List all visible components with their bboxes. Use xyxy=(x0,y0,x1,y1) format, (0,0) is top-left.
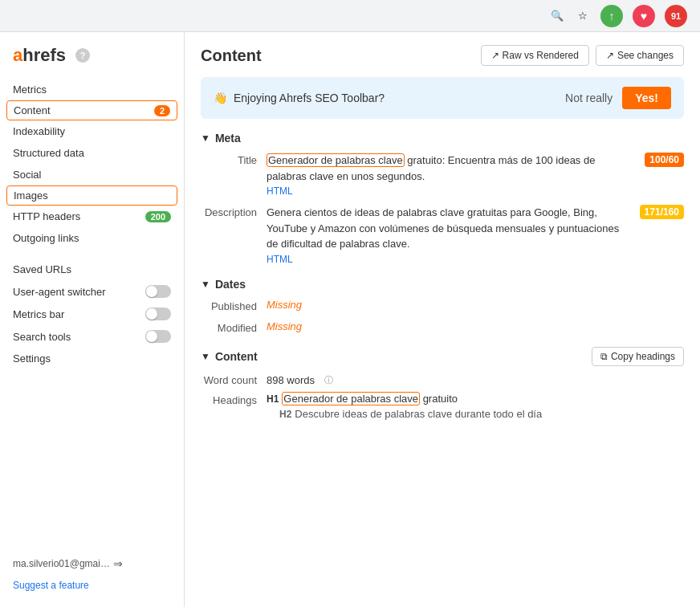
content-area: Content ↗ Raw vs Rendered ↗ See changes … xyxy=(185,32,700,607)
meta-section-header[interactable]: ▼ Meta xyxy=(201,132,684,145)
banner-text: Enjoying Ahrefs SEO Toolbar? xyxy=(234,92,385,104)
title-content: Generador de palabras clave gratuito: En… xyxy=(267,153,629,197)
description-text: Genera cientos de ideas de palabras clav… xyxy=(267,205,624,252)
heading-h2-item: H2 Descubre ideas de palabras clave dura… xyxy=(267,408,684,420)
account-row: ma.silverio01@gmai… ⇒ xyxy=(0,551,184,576)
chevron-down-icon: ▼ xyxy=(201,279,210,290)
ext-ahrefs-icon[interactable]: 91 xyxy=(665,5,687,27)
user-agent-toggle[interactable] xyxy=(145,285,171,298)
survey-banner: 👋 Enjoying Ahrefs SEO Toolbar? Not reall… xyxy=(201,77,684,119)
modified-value: Missing xyxy=(267,320,302,332)
search-tools-toggle[interactable] xyxy=(145,330,171,343)
see-changes-button[interactable]: ↗ See changes xyxy=(596,45,684,66)
content-section-header[interactable]: ▼ Content xyxy=(201,350,258,363)
copy-headings-button[interactable]: ⧉ Copy headings xyxy=(592,347,684,366)
search-icon[interactable]: 🔍 xyxy=(549,8,565,24)
title-highlighted: Generador de palabras clave xyxy=(267,153,405,167)
external-link-icon: ↗ xyxy=(606,50,614,61)
sidebar: ahrefs ? Metrics Content 2 Indexability … xyxy=(0,32,185,607)
headings-list: H1 Generador de palabras clave gratuito … xyxy=(267,393,684,423)
sidebar-item-images[interactable]: Images xyxy=(6,185,177,206)
description-label: Description xyxy=(201,205,257,218)
modified-label: Modified xyxy=(201,320,257,334)
modified-row: Modified Missing xyxy=(201,320,684,334)
logo: ahrefs xyxy=(13,45,66,66)
published-label: Published xyxy=(201,299,257,312)
sidebar-item-indexability[interactable]: Indexability xyxy=(0,120,184,142)
content-badge: 2 xyxy=(154,105,170,116)
external-link-icon: ↗ xyxy=(491,50,499,61)
help-icon[interactable]: ? xyxy=(75,48,90,63)
description-html-link[interactable]: HTML xyxy=(267,254,624,265)
metrics-bar-toggle[interactable] xyxy=(145,308,171,320)
h2-text: Descubre ideas de palabras clave durante… xyxy=(295,408,542,420)
chevron-down-icon: ▼ xyxy=(201,132,210,144)
word-count-row: Word count 898 words ⓘ xyxy=(201,374,684,386)
heading-h1-item: H1 Generador de palabras clave gratuito xyxy=(267,393,684,405)
sidebar-item-content[interactable]: Content 2 xyxy=(6,100,177,120)
title-row: Title Generador de palabras clave gratui… xyxy=(201,153,684,197)
ext-green-icon[interactable]: ↑ xyxy=(600,5,623,27)
copy-icon: ⧉ xyxy=(600,351,608,362)
sidebar-item-http-headers[interactable]: HTTP headers 200 xyxy=(0,206,184,227)
word-count-label: Word count xyxy=(201,374,257,386)
banner-left: 👋 Enjoying Ahrefs SEO Toolbar? xyxy=(214,92,385,104)
metrics-bar-toggle-row: Metrics bar xyxy=(0,303,184,325)
search-tools-toggle-row: Search tools xyxy=(0,325,184,348)
sidebar-item-settings[interactable]: Settings xyxy=(0,348,184,369)
account-arrow-icon[interactable]: ⇒ xyxy=(113,557,123,570)
dates-section: ▼ Dates Published Missing Modified Missi… xyxy=(201,278,684,334)
http-badge: 200 xyxy=(145,211,171,222)
h2-tag: H2 xyxy=(279,409,291,420)
published-value: Missing xyxy=(267,299,302,311)
h1-tag: H1 xyxy=(267,393,279,405)
h1-highlighted: Generador de palabras clave xyxy=(282,392,420,405)
page-title: Content xyxy=(201,47,262,65)
user-agent-toggle-row: User-agent switcher xyxy=(0,280,184,303)
wave-icon: 👋 xyxy=(214,92,227,104)
title-html-link[interactable]: HTML xyxy=(267,185,629,197)
not-really-text[interactable]: Not really xyxy=(565,92,612,104)
yes-button[interactable]: Yes! xyxy=(622,87,671,109)
headings-row: Headings H1 Generador de palabras clave … xyxy=(201,393,684,423)
headings-label: Headings xyxy=(201,393,257,406)
chevron-down-icon: ▼ xyxy=(201,351,210,362)
title-label: Title xyxy=(201,153,257,166)
logo-area: ahrefs ? xyxy=(0,45,184,79)
header-buttons: ↗ Raw vs Rendered ↗ See changes xyxy=(481,45,684,66)
h1-text: Generador de palabras clave gratuito xyxy=(282,393,458,405)
raw-vs-rendered-button[interactable]: ↗ Raw vs Rendered xyxy=(481,45,589,66)
sidebar-item-structured-data[interactable]: Structured data xyxy=(0,142,184,164)
star-icon[interactable]: ☆ xyxy=(575,8,591,24)
toggle-knob xyxy=(146,308,157,320)
sidebar-item-outgoing-links[interactable]: Outgoing links xyxy=(0,227,184,249)
info-icon[interactable]: ⓘ xyxy=(324,374,333,386)
toggle-knob xyxy=(146,286,157,297)
description-badge: 171/160 xyxy=(640,205,684,219)
title-text: Generador de palabras clave gratuito: En… xyxy=(267,153,629,184)
sidebar-item-metrics[interactable]: Metrics xyxy=(0,79,184,100)
dates-section-header[interactable]: ▼ Dates xyxy=(201,278,684,291)
content-section-header-row: ▼ Content ⧉ Copy headings xyxy=(201,347,684,366)
content-section: ▼ Content ⧉ Copy headings Word count 898… xyxy=(201,347,684,423)
browser-bar: 🔍 ☆ ↑ ♥ 91 xyxy=(0,0,700,32)
sidebar-item-saved-urls[interactable]: Saved URLs xyxy=(0,259,184,280)
content-header: Content ↗ Raw vs Rendered ↗ See changes xyxy=(201,45,684,66)
toggle-knob xyxy=(146,331,157,342)
description-content: Genera cientos de ideas de palabras clav… xyxy=(267,205,624,265)
meta-section: ▼ Meta Title Generador de palabras clave… xyxy=(201,132,684,265)
title-badge: 100/60 xyxy=(645,153,684,167)
sidebar-item-social[interactable]: Social xyxy=(0,164,184,185)
published-row: Published Missing xyxy=(201,299,684,312)
word-count-value: 898 words xyxy=(267,374,315,386)
suggest-feature-link[interactable]: Suggest a feature xyxy=(0,576,184,594)
main-layout: ahrefs ? Metrics Content 2 Indexability … xyxy=(0,32,700,607)
banner-right: Not really Yes! xyxy=(565,87,671,109)
description-row: Description Genera cientos de ideas de p… xyxy=(201,205,684,265)
ext-pocket-icon[interactable]: ♥ xyxy=(633,5,655,27)
